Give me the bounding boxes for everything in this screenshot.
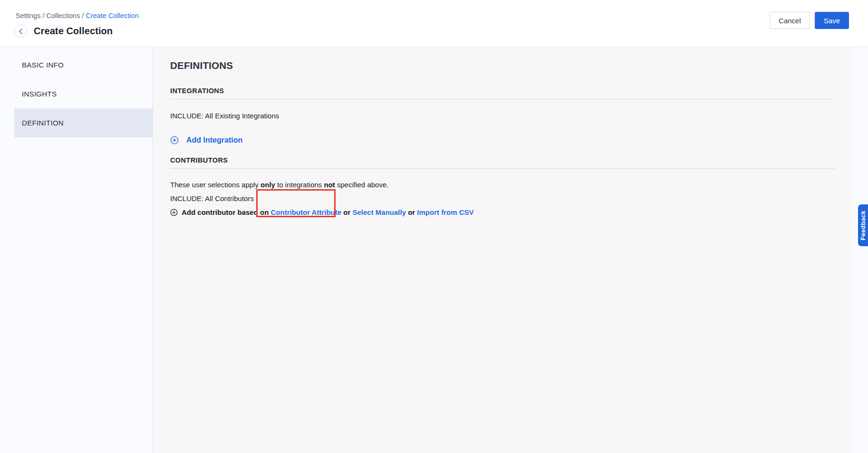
add-integration-label: Add Integration <box>186 136 242 145</box>
sidebar-item-insights[interactable]: INSIGHTS <box>14 79 153 108</box>
sidebar-item-definition[interactable]: DEFINITION <box>14 108 153 137</box>
integrations-include-text: INCLUDE: All Existing Integrations <box>170 112 836 120</box>
contributors-heading: CONTRIBUTORS <box>170 156 836 169</box>
feedback-tab-label: Feedback <box>859 211 867 240</box>
cancel-button[interactable]: Cancel <box>770 12 810 29</box>
settings-sidebar: BASIC INFO INSIGHTS DEFINITION <box>0 48 153 453</box>
select-manually-link[interactable]: Select Manually <box>352 208 406 216</box>
note-bold-only: only <box>260 181 275 189</box>
add-contributor-row: Add contributor based on Contributor Att… <box>170 208 836 216</box>
import-from-csv-link[interactable]: Import from CSV <box>417 208 473 216</box>
feedback-tab[interactable]: Feedback <box>858 204 868 246</box>
or-text: or <box>341 208 352 216</box>
save-button[interactable]: Save <box>815 12 849 29</box>
note-text-mid: to integrations <box>275 181 324 189</box>
breadcrumb: Settings / Collections / Create Collecti… <box>16 12 139 19</box>
note-bold-not: not <box>324 181 335 189</box>
contributors-note: These user selections apply only to inte… <box>170 181 836 189</box>
note-text: These user selections apply <box>170 181 260 189</box>
page-header: Settings / Collections / Create Collecti… <box>0 0 868 47</box>
title-row: Create Collection <box>14 25 113 38</box>
sidebar-item-basic-info[interactable]: BASIC INFO <box>14 50 153 79</box>
back-arrow-icon <box>18 28 24 35</box>
add-contributor-prefix: Add contributor based on <box>182 208 271 216</box>
breadcrumb-path[interactable]: Settings / Collections / <box>16 12 86 19</box>
add-contributor-text: Add contributor based on Contributor Att… <box>182 208 474 216</box>
plus-circle-icon <box>170 209 178 216</box>
contributor-attribute-link[interactable]: Contributor Attribute <box>271 208 342 216</box>
back-button[interactable] <box>14 25 27 38</box>
contributors-include-text: INCLUDE: All Contributors <box>170 194 836 202</box>
integrations-heading: INTEGRATIONS <box>170 87 836 99</box>
note-text-suffix: specified above. <box>335 181 389 189</box>
definition-panel: DEFINITIONS INTEGRATIONS INCLUDE: All Ex… <box>154 48 851 453</box>
plus-circle-icon <box>170 136 179 145</box>
section-title: DEFINITIONS <box>170 60 836 71</box>
header-actions: Cancel Save <box>770 12 849 29</box>
add-integration-button[interactable]: Add Integration <box>170 136 242 145</box>
or-text: or <box>406 208 417 216</box>
page-title: Create Collection <box>34 26 113 37</box>
breadcrumb-current[interactable]: Create Collection <box>86 12 139 19</box>
